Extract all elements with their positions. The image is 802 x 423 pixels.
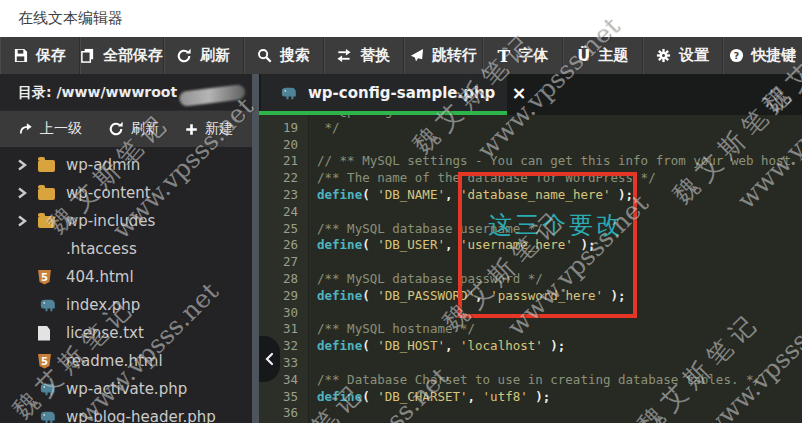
tree-item-label: wp-admin [66,156,140,174]
copy-icon [80,48,95,63]
line-content [309,137,317,152]
file-tree: wp-adminwp-contentwp-includes.htaccess54… [0,146,252,423]
sidebar-button-up[interactable]: 上一级 [6,120,95,138]
txt-icon-slot [38,326,66,341]
sidebar-button-label: 上一级 [40,120,82,138]
chevron-left-icon [265,352,274,366]
tree-item-wp-blog-header.php[interactable]: wp-blog-header.php [0,403,252,423]
tree-item-label: wp-activate.php [66,380,187,398]
font-icon: T [498,49,511,63]
line-content [309,305,317,320]
line-number: 29 [259,288,309,305]
tree-item-label: 404.html [66,268,134,286]
text-file-icon [38,326,50,341]
php-icon-slot [38,298,66,312]
tree-item-license.txt[interactable]: license.txt [0,319,252,347]
line-number: 36 [259,405,309,422]
code-line-36: 36 [259,405,802,422]
chevron-right-icon[interactable] [16,214,38,228]
code-line-21: 21// ** MySQL settings - You can get thi… [259,153,802,170]
theme-icon: Ü [577,49,590,63]
folder-icon [38,216,55,228]
php-icon-slot [38,410,66,423]
line-number: 23 [259,187,309,204]
tree-item-readme.html[interactable]: 5readme.html [0,347,252,375]
html5-icon-slot: 5 [38,270,66,285]
tree-item-label: index.php [66,296,140,314]
tree-item-wp-content[interactable]: wp-content [0,179,252,207]
folder-icon-slot [38,186,66,200]
line-number: 30 [259,305,309,322]
tree-item-404.html[interactable]: 5404.html [0,263,252,291]
line-content: */ [309,120,340,135]
search-icon [257,48,272,63]
tree-item-wp-activate.php[interactable]: wp-activate.php [0,375,252,403]
directory-label: 目录: [18,84,52,100]
toolbar-button-label: 搜索 [280,46,310,65]
line-number: 26 [259,237,309,254]
close-tab-icon[interactable]: × [511,86,526,100]
tree-item-index.php[interactable]: index.php [0,291,252,319]
toolbar-button-save[interactable]: 保存 [0,37,80,74]
tree-item-label: .htaccess [66,240,137,258]
sidebar-button-label: 新建 [205,120,233,138]
help-icon: ? [729,48,744,63]
toolbar-button-label: 保存 [36,46,66,65]
chevron-right-icon[interactable] [16,186,38,200]
tree-item-label: wp-includes [66,212,155,230]
line-content: * @package WordPress [309,115,475,118]
plus-icon [185,123,198,136]
toolbar-button-replace[interactable]: 替换 [324,37,404,74]
line-number: 19 [259,120,309,137]
html5-file-icon: 5 [38,270,51,285]
php-icon-slot [38,382,66,396]
html5-file-icon: 5 [38,354,51,369]
line-content: /** Database Charset to use in creating … [309,372,761,387]
sidebar-button-refresh[interactable]: 刷新 [95,120,172,138]
sidebar-button-label: 刷新 [131,120,159,138]
sidebar-collapse-button[interactable] [259,336,280,382]
toolbar-button-label: 全部保存 [103,46,163,65]
sidebar-button-new[interactable]: 新建 [172,120,246,138]
toolbar-button-shortcuts[interactable]: ?快捷键 [723,37,802,74]
toolbar-button-label: 字体 [518,46,548,65]
toolbar-button-theme[interactable]: Ü主题 [563,37,643,74]
toolbar-button-settings[interactable]: 设置 [643,37,723,74]
main-toolbar: 保存全部保存刷新搜索替换跳转行T字体Ü主题设置?快捷键 [0,37,802,74]
toolbar-button-search[interactable]: 搜索 [244,37,324,74]
toolbar-button-font[interactable]: T字体 [483,37,563,74]
line-content: /** MySQL hostname */ [309,321,475,336]
directory-bar: 目录: /www/wwwroot [0,74,252,110]
line-number: 21 [259,153,309,170]
chevron-right-icon[interactable] [16,158,38,172]
folder-icon [38,160,55,172]
toolbar-button-label: 替换 [360,46,390,65]
tree-item-.htaccess[interactable]: .htaccess [0,235,252,263]
tree-item-label: wp-content [66,184,151,202]
line-number: 24 [259,204,309,221]
app-header: 在线文本编辑器 [0,0,802,37]
code-line-32: 32define( 'DB_HOST', 'localhost' ); [259,338,802,355]
refresh-icon [176,48,192,64]
sidebar-scrollbar[interactable] [252,74,259,423]
tab-wp-config-sample[interactable]: wp-config-sample.php × [261,74,507,111]
php-elephant-icon [38,382,57,396]
annotation-text: 这三个要改 [488,209,623,241]
refresh-icon [108,121,124,137]
page-title: 在线文本编辑器 [18,9,123,28]
tree-item-wp-includes[interactable]: wp-includes [0,207,252,235]
toolbar-button-goto-line[interactable]: 跳转行 [404,37,484,74]
line-content [309,355,317,370]
toolbar-button-save-all[interactable]: 全部保存 [80,37,164,74]
redacted-path [179,84,246,107]
toolbar-button-label: 主题 [598,46,628,65]
toolbar-button-refresh[interactable]: 刷新 [164,37,244,74]
code-line-31: 31/** MySQL hostname */ [259,321,802,338]
tree-item-label: license.txt [66,324,144,342]
tree-item-wp-admin[interactable]: wp-admin [0,151,252,179]
line-number: 28 [259,271,309,288]
line-number: 22 [259,170,309,187]
code-line-33: 33 [259,355,802,372]
toolbar-button-label: 快捷键 [752,46,797,65]
line-number: 27 [259,254,309,271]
